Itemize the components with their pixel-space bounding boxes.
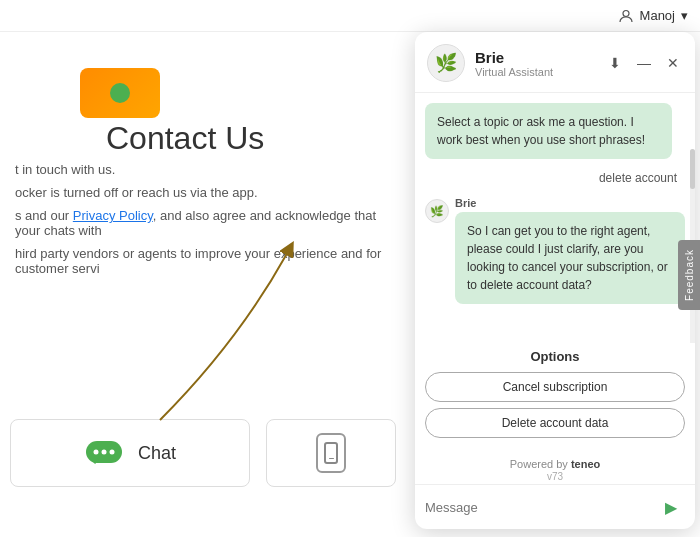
chat-button-label: Chat — [138, 443, 176, 464]
send-button[interactable]: ▶ — [657, 493, 685, 521]
contact-text-3: s and our Privacy Policy, and also agree… — [10, 208, 390, 238]
chat-button[interactable]: Chat — [10, 419, 250, 487]
close-button[interactable]: ✕ — [663, 53, 683, 73]
user-menu[interactable]: Manoj ▾ — [618, 8, 688, 24]
promo-card — [80, 68, 160, 118]
bot-subtitle: Virtual Assistant — [475, 66, 595, 78]
message-input[interactable] — [425, 500, 649, 515]
user-icon — [618, 8, 634, 24]
delete-account-link[interactable]: delete account — [591, 167, 685, 189]
brie-avatar: 🌿 — [427, 44, 465, 82]
teneo-brand: teneo — [571, 458, 600, 470]
chat-messages: Select a topic or ask me a question. I w… — [415, 93, 695, 343]
options-section: Options Cancel subscription Delete accou… — [415, 343, 695, 454]
powered-by: Powered by teneo v73 — [415, 454, 695, 484]
top-bar: Manoj ▾ — [0, 0, 700, 32]
delete-account-data-button[interactable]: Delete account data — [425, 408, 685, 438]
download-button[interactable]: ⬇ — [605, 53, 625, 73]
bot-name-label-small: Brie — [455, 197, 685, 209]
card-icon — [110, 83, 130, 103]
brie-avatar-small: 🌿 — [425, 199, 449, 223]
second-bot-message-row: 🌿 Brie So I can get you to the right age… — [425, 197, 685, 304]
feedback-tab-label: Feedback — [684, 249, 695, 301]
leaf-icon: 🌿 — [435, 52, 457, 74]
chat-input-area: ▶ — [415, 484, 695, 529]
minimize-button[interactable]: — — [633, 53, 655, 73]
contact-text-1: t in touch with us. — [10, 162, 390, 177]
powered-by-text: Powered by — [510, 458, 571, 470]
svg-point-4 — [109, 450, 114, 455]
header-actions: ⬇ — ✕ — [605, 53, 683, 73]
first-bot-message: Select a topic or ask me a question. I w… — [425, 103, 672, 159]
phone-icon — [316, 433, 346, 473]
svg-point-2 — [93, 450, 98, 455]
version-label: v73 — [547, 471, 563, 482]
chat-widget: 🌿 Brie Virtual Assistant ⬇ — ✕ Select a … — [415, 32, 695, 529]
options-title: Options — [425, 349, 685, 364]
chevron-down-icon: ▾ — [681, 8, 688, 23]
cancel-subscription-button[interactable]: Cancel subscription — [425, 372, 685, 402]
contact-text-2: ocker is turned off or reach us via the … — [10, 185, 390, 200]
contact-body: t in touch with us. ocker is turned off … — [0, 162, 390, 284]
phone-button[interactable] — [266, 419, 396, 487]
delete-account-btn-wrap: delete account — [425, 167, 685, 189]
second-bot-message-content: Brie So I can get you to the right agent… — [455, 197, 685, 304]
chat-widget-header: 🌿 Brie Virtual Assistant ⬇ — ✕ — [415, 32, 695, 93]
bot-name-header: Brie — [475, 49, 595, 66]
leaf-icon-small: 🌿 — [430, 205, 444, 218]
send-icon: ▶ — [665, 498, 677, 517]
svg-point-3 — [101, 450, 106, 455]
page-title: Contact Us — [106, 120, 375, 157]
brie-info: Brie Virtual Assistant — [475, 49, 595, 78]
feedback-tab[interactable]: Feedback — [678, 240, 700, 310]
second-bot-message: So I can get you to the right agent, ple… — [455, 212, 685, 304]
contact-text-4: hird party vendors or agents to improve … — [10, 246, 390, 276]
svg-point-0 — [623, 10, 629, 16]
chat-bubble-icon — [84, 437, 124, 469]
privacy-policy-link[interactable]: Privacy Policy — [73, 208, 153, 223]
user-name: Manoj — [640, 8, 675, 23]
chat-buttons-row: Chat — [10, 419, 396, 487]
scroll-thumb[interactable] — [690, 149, 695, 189]
